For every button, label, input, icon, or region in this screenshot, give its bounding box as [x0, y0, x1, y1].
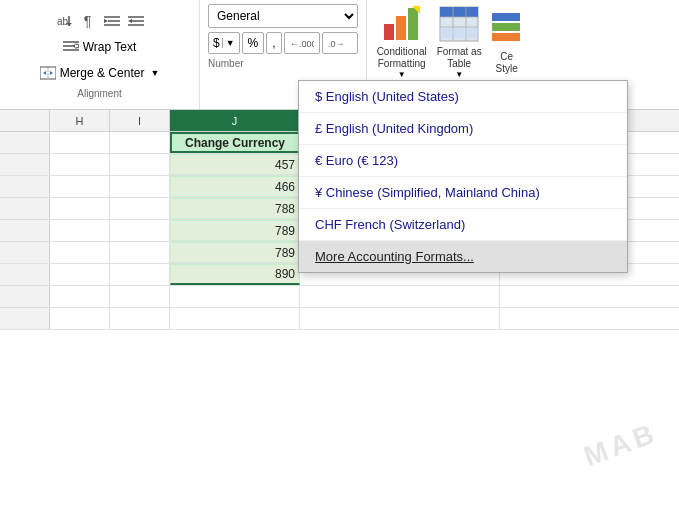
svg-marker-4 [104, 19, 108, 23]
conditional-formatting-button[interactable]: ConditionalFormatting ▼ [375, 4, 429, 81]
row-num [0, 176, 50, 197]
col-header-i[interactable]: I [110, 110, 170, 131]
number-section-label: Number [208, 58, 358, 69]
conditional-label: ConditionalFormatting [377, 46, 427, 70]
svg-marker-11 [73, 44, 75, 48]
svg-text:.0→: .0→ [328, 39, 345, 49]
cell-j3[interactable]: 466 [170, 176, 300, 197]
row-num [0, 242, 50, 263]
cell-h6[interactable] [50, 242, 110, 263]
indent-decrease-icon[interactable] [101, 10, 123, 32]
col-header-j[interactable]: J [170, 110, 300, 131]
dropdown-item-chf[interactable]: CHF French (Switzerland) [299, 209, 627, 241]
cell-j-header[interactable]: Change Currency [170, 132, 300, 153]
svg-rect-25 [440, 7, 478, 17]
merge-center-label: Merge & Center [60, 66, 145, 80]
cell-h3[interactable] [50, 176, 110, 197]
merge-center-button[interactable]: Merge & Center ▼ [33, 62, 167, 84]
comma-button[interactable]: , [266, 32, 281, 54]
row-num [0, 154, 50, 175]
cell-i3[interactable] [110, 176, 170, 197]
row-num [0, 286, 50, 307]
dropdown-item-cny[interactable]: ¥ Chinese (Simplified, Mainland China) [299, 177, 627, 209]
cell-h1[interactable] [50, 132, 110, 153]
table-row [0, 308, 679, 330]
cell-styles-button[interactable]: CeStyle [490, 9, 524, 77]
format-dropdown[interactable]: General [208, 4, 358, 28]
cell-h2[interactable] [50, 154, 110, 175]
cell-j9[interactable] [170, 308, 300, 329]
cell-i9[interactable] [110, 308, 170, 329]
indent-increase-icon[interactable] [125, 10, 147, 32]
decimal-increase-icon: ←.0 .00 [290, 36, 314, 50]
dropdown-item-usd[interactable]: $ English (United States) [299, 81, 627, 113]
format-table-icon [439, 6, 479, 42]
format-table-label: Format asTable [437, 46, 482, 70]
cell-j5[interactable]: 789 [170, 220, 300, 241]
decimal-decrease-button[interactable]: .0→ [322, 32, 358, 54]
cell-j2[interactable]: 457 [170, 154, 300, 175]
svg-rect-22 [408, 8, 418, 40]
cell-i5[interactable] [110, 220, 170, 241]
currency-dropdown-menu: $ English (United States) £ English (Uni… [298, 80, 628, 273]
currency-button[interactable]: $ ▼ [208, 32, 240, 54]
cell-j4[interactable]: 788 [170, 198, 300, 219]
cell-j7[interactable]: 890 [170, 264, 300, 285]
svg-rect-30 [440, 28, 478, 38]
format-as-table-button[interactable]: Format asTable ▼ [435, 4, 484, 81]
row-num [0, 132, 50, 153]
svg-text:.00: .00 [304, 39, 314, 49]
alignment-section: ab ¶ [0, 0, 200, 109]
paragraph-icon[interactable]: ¶ [77, 10, 99, 32]
styles-icons-row: ConditionalFormatting ▼ [375, 4, 524, 81]
svg-marker-8 [128, 19, 132, 23]
cell-i8[interactable] [110, 286, 170, 307]
cell-j8[interactable] [170, 286, 300, 307]
cell-o8[interactable] [300, 286, 500, 307]
dropdown-item-more[interactable]: More Accounting Formats... [299, 241, 627, 272]
orientation-icon[interactable]: ab [53, 10, 75, 32]
cell-j6[interactable]: 789 [170, 242, 300, 263]
format-table-arrow[interactable]: ▼ [455, 70, 463, 79]
wrap-text-button[interactable]: Wrap Text [56, 36, 144, 58]
dropdown-item-eur[interactable]: € Euro (€ 123) [299, 145, 627, 177]
cell-styles-label: CeStyle [496, 51, 518, 75]
currency-arrow[interactable]: ▼ [222, 38, 235, 48]
dropdown-item-gbp[interactable]: £ English (United Kingdom) [299, 113, 627, 145]
cell-o9[interactable] [300, 308, 500, 329]
cell-h9[interactable] [50, 308, 110, 329]
cell-i2[interactable] [110, 154, 170, 175]
col-header-h[interactable]: H [50, 110, 110, 131]
percent-button[interactable]: % [242, 32, 265, 54]
cell-h8[interactable] [50, 286, 110, 307]
svg-marker-16 [50, 71, 53, 75]
cell-styles-icon [492, 11, 522, 47]
merge-icon [40, 66, 56, 80]
table-row [0, 286, 679, 308]
svg-marker-15 [43, 71, 46, 75]
decimal-decrease-icon: .0→ [328, 36, 352, 50]
format-select[interactable]: General [209, 8, 357, 24]
wrap-text-label: Wrap Text [83, 40, 137, 54]
alignment-section-label: Alignment [77, 88, 121, 99]
cell-i4[interactable] [110, 198, 170, 219]
svg-rect-31 [492, 13, 520, 21]
svg-rect-21 [396, 16, 406, 40]
cell-h5[interactable] [50, 220, 110, 241]
wrap-text-icon [63, 40, 79, 54]
svg-rect-32 [492, 23, 520, 31]
svg-rect-20 [384, 24, 394, 40]
row-num [0, 220, 50, 241]
cell-h4[interactable] [50, 198, 110, 219]
conditional-arrow[interactable]: ▼ [398, 70, 406, 79]
cell-i7[interactable] [110, 264, 170, 285]
watermark: MAB [580, 417, 662, 473]
merge-dropdown-arrow[interactable]: ▼ [150, 68, 159, 78]
row-num [0, 264, 50, 285]
cell-h7[interactable] [50, 264, 110, 285]
alignment-row-1: ab ¶ [53, 10, 147, 32]
decimal-increase-button[interactable]: ←.0 .00 [284, 32, 320, 54]
cell-i1[interactable] [110, 132, 170, 153]
cell-i6[interactable] [110, 242, 170, 263]
currency-symbol: $ [213, 36, 220, 50]
